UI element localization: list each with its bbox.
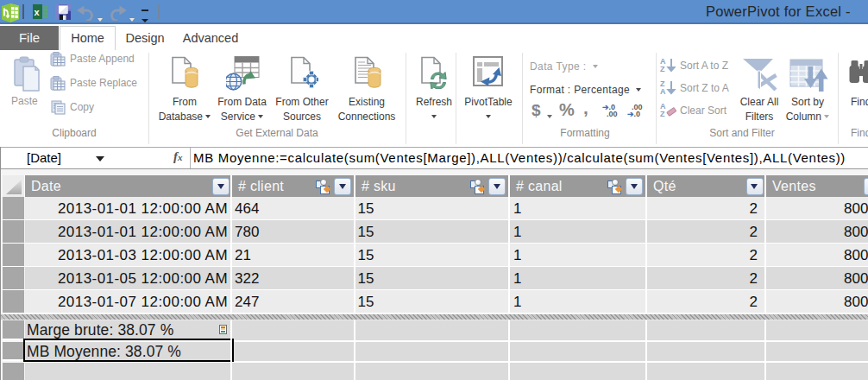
- svg-text:x: x: [35, 7, 41, 17]
- svg-text:Z: Z: [660, 65, 665, 73]
- svg-text:Z: Z: [660, 110, 665, 118]
- svg-text:A: A: [660, 87, 666, 96]
